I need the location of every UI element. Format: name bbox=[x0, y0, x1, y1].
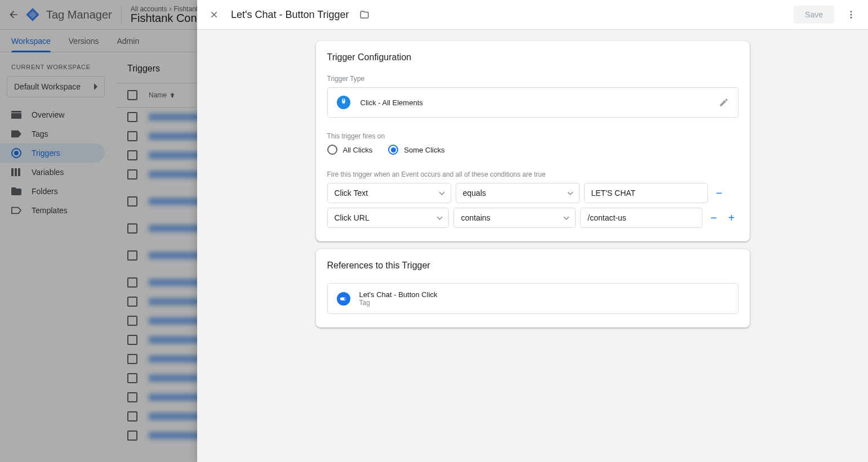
condition-value-input[interactable] bbox=[580, 208, 702, 228]
trigger-config-card: Trigger Configuration Trigger Type Click… bbox=[316, 41, 750, 241]
config-heading: Trigger Configuration bbox=[327, 52, 738, 62]
trigger-type-label: Trigger Type bbox=[327, 75, 738, 83]
radio-some-clicks[interactable]: Some Clicks bbox=[388, 145, 444, 155]
radio-icon bbox=[388, 145, 398, 155]
edit-icon[interactable] bbox=[719, 97, 729, 107]
remove-condition-button[interactable]: − bbox=[713, 186, 726, 200]
save-button[interactable]: Save bbox=[794, 6, 834, 24]
reference-item[interactable]: Let's Chat - Button Click Tag bbox=[327, 283, 738, 314]
condition-variable-select[interactable]: Click Text bbox=[327, 183, 451, 203]
fires-on-label: This trigger fires on bbox=[327, 132, 738, 140]
condition-row: Click Text equals − bbox=[327, 183, 738, 203]
trigger-type-selector[interactable]: Click - All Elements bbox=[327, 87, 738, 118]
trigger-type-name: Click - All Elements bbox=[360, 98, 709, 107]
condition-operator-select[interactable]: equals bbox=[456, 183, 580, 203]
refs-heading: References to this Trigger bbox=[327, 261, 738, 271]
tag-icon bbox=[337, 292, 350, 306]
radio-icon bbox=[327, 145, 337, 155]
reference-type: Tag bbox=[359, 299, 438, 307]
svg-rect-11 bbox=[343, 99, 344, 101]
panel-title[interactable]: Let's Chat - Button Trigger bbox=[231, 9, 349, 21]
remove-condition-button[interactable]: − bbox=[707, 211, 720, 225]
condition-variable-select[interactable]: Click URL bbox=[327, 208, 449, 228]
click-icon bbox=[337, 96, 350, 109]
condition-label: Fire this trigger when an Event occurs a… bbox=[327, 171, 738, 178]
close-button[interactable] bbox=[207, 8, 221, 21]
folder-icon[interactable] bbox=[359, 10, 370, 20]
add-condition-button[interactable]: + bbox=[725, 211, 738, 225]
references-card: References to this Trigger Let's Chat - … bbox=[316, 249, 750, 328]
svg-point-8 bbox=[851, 14, 852, 16]
svg-point-9 bbox=[851, 17, 852, 19]
reference-name: Let's Chat - Button Click bbox=[359, 290, 438, 299]
svg-point-7 bbox=[851, 11, 852, 12]
radio-all-clicks[interactable]: All Clicks bbox=[327, 145, 373, 155]
condition-row: Click URL contains − + bbox=[327, 208, 738, 228]
condition-operator-select[interactable]: contains bbox=[453, 208, 576, 228]
trigger-edit-panel: Let's Chat - Button Trigger Save Trigger… bbox=[197, 0, 868, 462]
condition-value-input[interactable] bbox=[584, 183, 708, 203]
more-menu-button[interactable] bbox=[844, 8, 858, 21]
svg-point-13 bbox=[344, 298, 346, 300]
